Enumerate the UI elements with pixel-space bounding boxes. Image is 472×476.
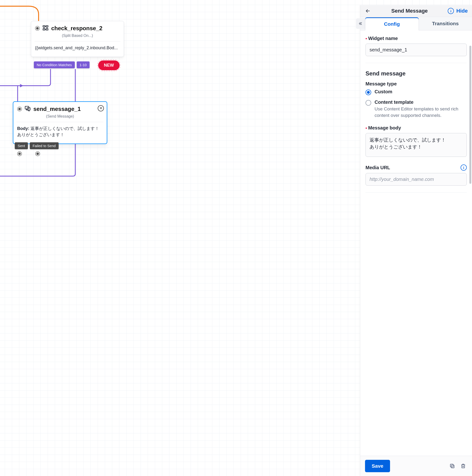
scrollbar[interactable] — [469, 46, 471, 184]
svg-rect-1 — [43, 26, 45, 27]
section-title: Send message — [365, 70, 467, 77]
svg-rect-7 — [451, 465, 454, 468]
split-icon — [42, 24, 49, 32]
chip-sent[interactable]: Sent — [15, 142, 28, 149]
svg-rect-8 — [450, 464, 453, 467]
widget-title: check_response_2 — [51, 25, 120, 32]
widget-body: Body: 返事が正しくないので、試します！ありがとうございます！ — [13, 122, 107, 143]
body-value: 返事が正しくないので、試します！ありがとうございます！ — [17, 126, 99, 137]
widget-body: {{widgets.send_and_reply_2.inbound.Bod..… — [31, 41, 124, 57]
send-transition-chips: Sent Failed to Send — [15, 142, 59, 149]
info-icon[interactable] — [461, 165, 467, 171]
widget-split[interactable]: check_response_2 (Split Based On...) {{w… — [31, 21, 124, 57]
widget-subtitle: (Split Based On...) — [31, 32, 124, 41]
new-transition-pill[interactable]: NEW — [98, 60, 120, 70]
info-icon[interactable] — [448, 8, 454, 14]
message-icon — [24, 105, 31, 113]
connector-in[interactable] — [35, 26, 40, 31]
panel-body[interactable]: Widget name Send message Message type Cu… — [360, 31, 472, 456]
widget-send-message[interactable]: send_message_1 (Send Message) Body: 返事が正… — [13, 102, 107, 144]
widget-subtitle: (Send Message) — [13, 113, 107, 122]
message-body-label: Message body — [365, 125, 467, 131]
message-body-input[interactable] — [365, 133, 467, 157]
widget-name-input[interactable] — [365, 44, 467, 56]
chip-1-10[interactable]: 1-10 — [77, 61, 90, 68]
svg-marker-0 — [20, 84, 23, 87]
panel-tab-row: Config Transitions — [360, 17, 472, 31]
radio-icon — [365, 89, 371, 95]
media-url-label: Media URL — [365, 165, 390, 170]
connector-out-failed[interactable] — [35, 151, 40, 156]
svg-rect-9 — [462, 465, 465, 468]
radio-icon — [365, 100, 371, 106]
connector-in[interactable] — [17, 107, 22, 111]
svg-rect-4 — [46, 29, 48, 30]
delete-button[interactable] — [459, 462, 467, 470]
hide-button[interactable]: Hide — [456, 8, 468, 14]
duplicate-button[interactable] — [448, 462, 456, 470]
chip-failed-to-send[interactable]: Failed to Send — [30, 142, 59, 149]
inspector-panel: Send Message Hide Config Transitions Wid… — [360, 5, 472, 476]
panel-title: Send Message — [374, 8, 445, 14]
message-type-label: Message type — [365, 81, 467, 87]
chip-no-condition-matches[interactable]: No Condition Matches — [34, 61, 75, 68]
panel-footer: Save — [360, 456, 472, 476]
svg-rect-3 — [43, 29, 45, 30]
radio-template-label: Content template — [375, 100, 467, 105]
collapse-panel-button[interactable] — [356, 18, 365, 29]
tab-config[interactable]: Config — [365, 17, 419, 31]
svg-rect-2 — [46, 26, 48, 27]
widget-title: send_message_1 — [33, 106, 103, 112]
panel-top-bar: Send Message Hide — [360, 5, 472, 17]
tab-transitions[interactable]: Transitions — [419, 17, 472, 30]
body-label: Body: — [17, 126, 29, 131]
connector-out-sent[interactable] — [17, 151, 22, 156]
radio-custom[interactable]: Custom — [365, 89, 467, 95]
radio-custom-label: Custom — [375, 89, 392, 95]
close-icon[interactable] — [98, 105, 104, 111]
widget-name-label: Widget name — [365, 36, 467, 41]
media-url-input[interactable] — [365, 173, 467, 186]
back-button[interactable] — [364, 8, 371, 14]
save-button[interactable]: Save — [365, 460, 390, 472]
radio-content-template[interactable]: Content template Use Content Editor temp… — [365, 100, 467, 119]
split-transition-chips: No Condition Matches 1-10 — [34, 61, 90, 68]
radio-template-desc: Use Content Editor templates to send ric… — [375, 106, 467, 119]
